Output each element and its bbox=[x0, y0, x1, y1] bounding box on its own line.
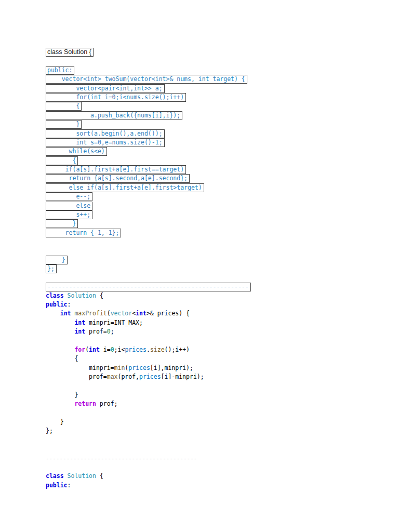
code-token: maxProfit bbox=[74, 310, 107, 317]
code-line: } bbox=[46, 418, 64, 426]
code-token: 0 bbox=[107, 328, 111, 335]
code-token: vector bbox=[111, 310, 132, 317]
code-row: while(s<e) bbox=[46, 147, 251, 156]
code-line: { bbox=[46, 355, 78, 363]
code-token bbox=[46, 328, 74, 335]
boxed-code-line[interactable]: int s=0,e=nums.size()-1; bbox=[46, 138, 165, 147]
code-token bbox=[46, 400, 74, 407]
code-token bbox=[46, 346, 74, 353]
code-token: int bbox=[60, 310, 71, 317]
code-row: int minpri=INT_MAX; bbox=[46, 319, 251, 328]
boxed-code-line[interactable]: { bbox=[46, 102, 82, 111]
blank-row bbox=[46, 274, 251, 283]
code-row: class Solution { bbox=[46, 48, 251, 57]
code-token bbox=[46, 319, 74, 326]
code-token: class bbox=[46, 472, 64, 480]
code-row: sort(a.begin(),a.end()); bbox=[46, 129, 251, 138]
code-line: class Solution { bbox=[46, 472, 103, 480]
code-token: prices bbox=[125, 346, 147, 353]
boxed-code-line[interactable]: return {-1,-1}; bbox=[46, 229, 121, 237]
code-row: int prof=0; bbox=[46, 328, 251, 337]
boxed-code-line[interactable]: if(a[s].first+a[e].first==target) bbox=[46, 165, 186, 174]
code-line: return prof; bbox=[46, 400, 117, 408]
code-token: minpri=INT_MAX; bbox=[85, 319, 143, 326]
code-row: } bbox=[46, 219, 251, 228]
dashed-separator-box[interactable]: ----------------------------------------… bbox=[46, 283, 251, 291]
boxed-code-line[interactable]: } bbox=[46, 120, 82, 129]
code-line: } bbox=[46, 391, 78, 399]
code-token bbox=[46, 310, 60, 317]
code-line: int maxProfit(vector<int>& prices) { bbox=[46, 310, 190, 317]
boxed-code-line[interactable]: return {a[s].second,a[e].second}; bbox=[46, 174, 190, 183]
code-token: { bbox=[46, 355, 78, 362]
boxed-code-line[interactable]: vector<int> twoSum(vector<int>& nums, in… bbox=[46, 75, 247, 84]
code-row: }; bbox=[46, 427, 251, 436]
boxed-code-line[interactable]: else if(a[s].first+a[e].first>target) bbox=[46, 183, 204, 192]
code-row: { bbox=[46, 156, 251, 165]
boxed-code-line[interactable]: e--; bbox=[46, 192, 92, 201]
plain-separator-line: ----------------------------------------… bbox=[46, 455, 197, 462]
code-row: } bbox=[46, 391, 251, 400]
code-token: prices bbox=[139, 373, 161, 380]
code-line: public: bbox=[46, 301, 71, 309]
boxed-code-line[interactable]: sort(a.begin(),a.end()); bbox=[46, 129, 165, 138]
blank-row bbox=[46, 237, 251, 246]
code-token: : bbox=[68, 301, 71, 308]
blank-row bbox=[46, 463, 251, 472]
code-row: for(int i=0;i<nums.size();i++) bbox=[46, 93, 251, 102]
code-token: >& prices) { bbox=[147, 310, 190, 317]
code-row: a.push_back({nums[i],i}); bbox=[46, 111, 251, 120]
code-token: prof; bbox=[96, 400, 118, 407]
code-token: i= bbox=[100, 346, 111, 353]
code-row: vector<int> twoSum(vector<int>& nums, in… bbox=[46, 75, 251, 84]
code-row: int maxProfit(vector<int>& prices) { bbox=[46, 310, 251, 318]
blank-row bbox=[46, 247, 251, 256]
code-token: [i],minpri); bbox=[150, 364, 193, 371]
code-token: minpri= bbox=[46, 364, 114, 371]
boxed-code-line[interactable]: } bbox=[46, 256, 68, 264]
code-token: 0 bbox=[111, 346, 114, 353]
code-token: ;i< bbox=[114, 346, 125, 353]
code-token: ; bbox=[111, 328, 114, 335]
code-token: int bbox=[74, 319, 85, 326]
code-token bbox=[64, 472, 68, 480]
code-line: int prof=0; bbox=[46, 328, 114, 336]
code-row: int s=0,e=nums.size()-1; bbox=[46, 138, 251, 147]
code-token: int bbox=[74, 328, 85, 335]
code-row: minpri=min(prices[i],minpri); bbox=[46, 364, 251, 373]
code-row: for(int i=0;i<prices.size();i++) bbox=[46, 346, 251, 355]
code-token: int bbox=[89, 346, 100, 353]
code-row: }; bbox=[46, 264, 251, 273]
boxed-code-line[interactable]: a.push_back({nums[i],i}); bbox=[46, 111, 182, 120]
code-token: int bbox=[136, 310, 147, 317]
blank-row bbox=[46, 337, 251, 346]
boxed-code-line[interactable]: class Solution { bbox=[46, 48, 94, 57]
boxed-code-line[interactable]: else bbox=[46, 202, 92, 210]
boxed-code-line[interactable]: while(s<e) bbox=[46, 147, 107, 156]
code-row: e--; bbox=[46, 192, 251, 201]
blank-row bbox=[46, 445, 251, 454]
boxed-code-line[interactable]: s++; bbox=[46, 210, 92, 219]
code-row: return {-1,-1}; bbox=[46, 229, 251, 237]
code-token: (prof, bbox=[117, 373, 139, 380]
boxed-code-line[interactable]: } bbox=[46, 219, 78, 228]
boxed-code-line[interactable]: vector<pair<int,int>> a; bbox=[46, 84, 165, 93]
code-row: return {a[s].second,a[e].second}; bbox=[46, 174, 251, 183]
boxed-code-line[interactable]: for(int i=0;i<nums.size();i++) bbox=[46, 93, 186, 102]
code-token: max bbox=[107, 373, 118, 380]
boxed-code-line[interactable]: public: bbox=[46, 66, 74, 75]
code-row: { bbox=[46, 355, 251, 364]
code-row: prof=max(prof,prices[i]-minpri); bbox=[46, 373, 251, 382]
code-row: public: bbox=[46, 66, 251, 75]
code-row: class Solution { bbox=[46, 292, 251, 301]
code-row: ----------------------------------------… bbox=[46, 283, 251, 291]
boxed-code-line[interactable]: }; bbox=[46, 264, 57, 273]
blank-row bbox=[46, 382, 251, 391]
boxed-code-line[interactable]: { bbox=[46, 156, 78, 165]
code-page: class Solution {public: vector<int> twoS… bbox=[46, 48, 251, 490]
code-line: public: bbox=[46, 482, 71, 489]
code-token: prof= bbox=[46, 373, 107, 380]
code-token: prof= bbox=[85, 328, 107, 335]
blank-row bbox=[46, 57, 251, 65]
code-row: else if(a[s].first+a[e].first>target) bbox=[46, 183, 251, 192]
